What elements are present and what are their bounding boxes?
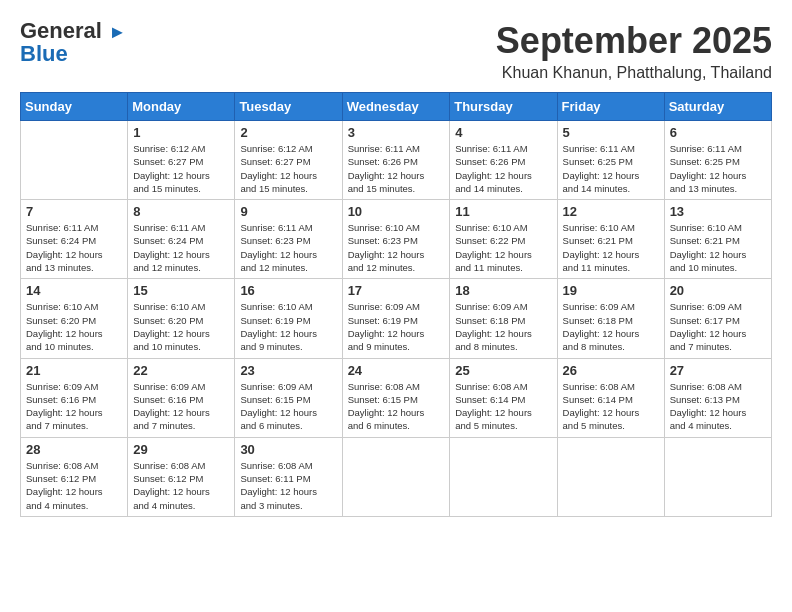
calendar-cell: 7Sunrise: 6:11 AM Sunset: 6:24 PM Daylig…	[21, 200, 128, 279]
calendar-cell	[21, 121, 128, 200]
day-number: 2	[240, 125, 336, 140]
day-number: 13	[670, 204, 766, 219]
location-title: Khuan Khanun, Phatthalung, Thailand	[496, 64, 772, 82]
day-info: Sunrise: 6:10 AM Sunset: 6:19 PM Dayligh…	[240, 300, 336, 353]
weekday-header-monday: Monday	[128, 93, 235, 121]
logo-general-text: General	[20, 18, 102, 43]
calendar-cell: 12Sunrise: 6:10 AM Sunset: 6:21 PM Dayli…	[557, 200, 664, 279]
day-number: 20	[670, 283, 766, 298]
day-number: 8	[133, 204, 229, 219]
day-number: 19	[563, 283, 659, 298]
calendar-week-row: 7Sunrise: 6:11 AM Sunset: 6:24 PM Daylig…	[21, 200, 772, 279]
day-number: 28	[26, 442, 122, 457]
calendar-cell: 24Sunrise: 6:08 AM Sunset: 6:15 PM Dayli…	[342, 358, 450, 437]
day-info: Sunrise: 6:11 AM Sunset: 6:26 PM Dayligh…	[348, 142, 445, 195]
calendar-cell: 22Sunrise: 6:09 AM Sunset: 6:16 PM Dayli…	[128, 358, 235, 437]
calendar-cell: 13Sunrise: 6:10 AM Sunset: 6:21 PM Dayli…	[664, 200, 771, 279]
calendar-cell: 9Sunrise: 6:11 AM Sunset: 6:23 PM Daylig…	[235, 200, 342, 279]
day-info: Sunrise: 6:09 AM Sunset: 6:18 PM Dayligh…	[563, 300, 659, 353]
logo: General ► Blue	[20, 20, 126, 65]
calendar-cell: 25Sunrise: 6:08 AM Sunset: 6:14 PM Dayli…	[450, 358, 557, 437]
day-number: 18	[455, 283, 551, 298]
calendar-week-row: 1Sunrise: 6:12 AM Sunset: 6:27 PM Daylig…	[21, 121, 772, 200]
calendar-cell: 27Sunrise: 6:08 AM Sunset: 6:13 PM Dayli…	[664, 358, 771, 437]
weekday-header-friday: Friday	[557, 93, 664, 121]
day-number: 23	[240, 363, 336, 378]
calendar-cell: 11Sunrise: 6:10 AM Sunset: 6:22 PM Dayli…	[450, 200, 557, 279]
day-info: Sunrise: 6:12 AM Sunset: 6:27 PM Dayligh…	[133, 142, 229, 195]
day-info: Sunrise: 6:10 AM Sunset: 6:22 PM Dayligh…	[455, 221, 551, 274]
weekday-header-wednesday: Wednesday	[342, 93, 450, 121]
calendar-cell	[664, 437, 771, 516]
calendar-cell	[557, 437, 664, 516]
day-info: Sunrise: 6:10 AM Sunset: 6:21 PM Dayligh…	[563, 221, 659, 274]
day-number: 6	[670, 125, 766, 140]
day-number: 4	[455, 125, 551, 140]
day-number: 12	[563, 204, 659, 219]
day-number: 21	[26, 363, 122, 378]
title-block: September 2025 Khuan Khanun, Phatthalung…	[496, 20, 772, 82]
calendar-week-row: 14Sunrise: 6:10 AM Sunset: 6:20 PM Dayli…	[21, 279, 772, 358]
calendar-week-row: 28Sunrise: 6:08 AM Sunset: 6:12 PM Dayli…	[21, 437, 772, 516]
day-number: 9	[240, 204, 336, 219]
day-info: Sunrise: 6:09 AM Sunset: 6:17 PM Dayligh…	[670, 300, 766, 353]
calendar-cell: 17Sunrise: 6:09 AM Sunset: 6:19 PM Dayli…	[342, 279, 450, 358]
day-info: Sunrise: 6:08 AM Sunset: 6:13 PM Dayligh…	[670, 380, 766, 433]
calendar-cell: 29Sunrise: 6:08 AM Sunset: 6:12 PM Dayli…	[128, 437, 235, 516]
logo-bird-icon: ►	[108, 22, 126, 42]
weekday-header-saturday: Saturday	[664, 93, 771, 121]
logo-blue-text: Blue	[20, 43, 68, 65]
day-info: Sunrise: 6:09 AM Sunset: 6:15 PM Dayligh…	[240, 380, 336, 433]
day-number: 15	[133, 283, 229, 298]
day-number: 27	[670, 363, 766, 378]
calendar-cell: 10Sunrise: 6:10 AM Sunset: 6:23 PM Dayli…	[342, 200, 450, 279]
day-number: 16	[240, 283, 336, 298]
calendar-cell: 5Sunrise: 6:11 AM Sunset: 6:25 PM Daylig…	[557, 121, 664, 200]
day-info: Sunrise: 6:09 AM Sunset: 6:16 PM Dayligh…	[133, 380, 229, 433]
page-header: General ► Blue September 2025 Khuan Khan…	[20, 20, 772, 82]
calendar-cell: 20Sunrise: 6:09 AM Sunset: 6:17 PM Dayli…	[664, 279, 771, 358]
day-info: Sunrise: 6:12 AM Sunset: 6:27 PM Dayligh…	[240, 142, 336, 195]
weekday-header-thursday: Thursday	[450, 93, 557, 121]
day-number: 3	[348, 125, 445, 140]
day-info: Sunrise: 6:11 AM Sunset: 6:24 PM Dayligh…	[133, 221, 229, 274]
day-info: Sunrise: 6:11 AM Sunset: 6:23 PM Dayligh…	[240, 221, 336, 274]
day-number: 11	[455, 204, 551, 219]
calendar-cell: 8Sunrise: 6:11 AM Sunset: 6:24 PM Daylig…	[128, 200, 235, 279]
day-info: Sunrise: 6:11 AM Sunset: 6:26 PM Dayligh…	[455, 142, 551, 195]
day-info: Sunrise: 6:11 AM Sunset: 6:25 PM Dayligh…	[670, 142, 766, 195]
calendar-cell: 1Sunrise: 6:12 AM Sunset: 6:27 PM Daylig…	[128, 121, 235, 200]
day-info: Sunrise: 6:10 AM Sunset: 6:20 PM Dayligh…	[26, 300, 122, 353]
day-number: 7	[26, 204, 122, 219]
calendar-table: SundayMondayTuesdayWednesdayThursdayFrid…	[20, 92, 772, 517]
calendar-cell: 6Sunrise: 6:11 AM Sunset: 6:25 PM Daylig…	[664, 121, 771, 200]
day-info: Sunrise: 6:09 AM Sunset: 6:16 PM Dayligh…	[26, 380, 122, 433]
day-info: Sunrise: 6:08 AM Sunset: 6:12 PM Dayligh…	[133, 459, 229, 512]
day-number: 5	[563, 125, 659, 140]
calendar-cell: 16Sunrise: 6:10 AM Sunset: 6:19 PM Dayli…	[235, 279, 342, 358]
day-info: Sunrise: 6:08 AM Sunset: 6:11 PM Dayligh…	[240, 459, 336, 512]
day-info: Sunrise: 6:08 AM Sunset: 6:14 PM Dayligh…	[455, 380, 551, 433]
calendar-cell: 19Sunrise: 6:09 AM Sunset: 6:18 PM Dayli…	[557, 279, 664, 358]
calendar-cell: 3Sunrise: 6:11 AM Sunset: 6:26 PM Daylig…	[342, 121, 450, 200]
calendar-cell: 23Sunrise: 6:09 AM Sunset: 6:15 PM Dayli…	[235, 358, 342, 437]
calendar-cell: 26Sunrise: 6:08 AM Sunset: 6:14 PM Dayli…	[557, 358, 664, 437]
calendar-cell: 15Sunrise: 6:10 AM Sunset: 6:20 PM Dayli…	[128, 279, 235, 358]
day-number: 26	[563, 363, 659, 378]
calendar-cell: 18Sunrise: 6:09 AM Sunset: 6:18 PM Dayli…	[450, 279, 557, 358]
day-info: Sunrise: 6:08 AM Sunset: 6:15 PM Dayligh…	[348, 380, 445, 433]
calendar-cell: 4Sunrise: 6:11 AM Sunset: 6:26 PM Daylig…	[450, 121, 557, 200]
day-info: Sunrise: 6:09 AM Sunset: 6:19 PM Dayligh…	[348, 300, 445, 353]
calendar-cell: 21Sunrise: 6:09 AM Sunset: 6:16 PM Dayli…	[21, 358, 128, 437]
day-number: 24	[348, 363, 445, 378]
month-title: September 2025	[496, 20, 772, 62]
day-info: Sunrise: 6:10 AM Sunset: 6:20 PM Dayligh…	[133, 300, 229, 353]
day-number: 22	[133, 363, 229, 378]
calendar-cell	[342, 437, 450, 516]
day-info: Sunrise: 6:10 AM Sunset: 6:21 PM Dayligh…	[670, 221, 766, 274]
day-number: 29	[133, 442, 229, 457]
day-info: Sunrise: 6:11 AM Sunset: 6:25 PM Dayligh…	[563, 142, 659, 195]
weekday-header-tuesday: Tuesday	[235, 93, 342, 121]
day-number: 17	[348, 283, 445, 298]
day-number: 10	[348, 204, 445, 219]
